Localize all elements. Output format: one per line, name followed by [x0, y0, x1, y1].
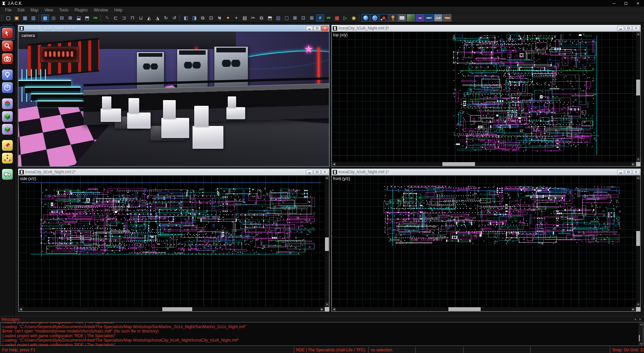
scroll-left-icon[interactable]: ◀ [332, 307, 336, 311]
scroll-right-icon[interactable]: ▶ [631, 162, 636, 166]
palette-tool-magnify-tool[interactable] [1, 40, 14, 52]
toolbar-button-texture-trigger[interactable]: TRIG [443, 14, 451, 21]
scroll-down-icon[interactable]: ▼ [325, 302, 329, 307]
toolbar-button-auto-size[interactable]: ⊞ [308, 14, 316, 21]
toolbar-button-edit-properties[interactable]: ▤ [241, 14, 249, 21]
toolbar-button-run-map[interactable]: ◉ [350, 14, 358, 21]
close-icon[interactable]: ✕ [637, 318, 643, 321]
scroll-down-icon[interactable]: ▼ [636, 302, 640, 307]
window-title-bar[interactable]: IronaCity_b1v6_Night.rmf:3* ✕ [331, 25, 641, 32]
palette-tool-brush-tool[interactable] [1, 81, 14, 94]
scroll-down-icon[interactable]: ▼ [636, 157, 640, 162]
toolbar-button-carve[interactable]: ◧ [182, 14, 190, 21]
viewport-canvas-3d[interactable]: ★ ★ [18, 32, 329, 166]
toolbar-button-select-inside[interactable]: ⊡ [300, 14, 307, 21]
scroll-up-icon[interactable]: ▲ [325, 175, 329, 180]
toolbar-button-save-file[interactable]: ▦ [21, 14, 29, 21]
scroll-left-icon[interactable]: ◀ [18, 307, 23, 311]
toolbar-button-model-browser[interactable] [389, 14, 397, 21]
window-minimize-button[interactable] [617, 26, 624, 31]
v-scrollbar[interactable]: ▲ ▼ [324, 175, 329, 307]
menu-item-tools[interactable]: Tools [56, 7, 71, 13]
toolbar-button-make-hollow[interactable]: ◨ [191, 14, 198, 21]
h-scrollbar[interactable]: ◀ ▶ [332, 307, 636, 311]
toolbar-button-tie-to-entity[interactable]: ✦ [224, 14, 232, 21]
window-restore-button[interactable] [314, 26, 321, 31]
scroll-left-icon[interactable]: ◀ [332, 162, 336, 166]
viewport-canvas-2d[interactable]: func_illusionaryfunc_wallfunc_ladderfunc… [18, 175, 324, 307]
scroll-up-icon[interactable]: ▲ [639, 322, 643, 326]
toolbar-button-align-right[interactable]: ⊐ [120, 14, 128, 21]
pin-icon[interactable]: ▾ [633, 318, 638, 321]
toolbar-button-texture-lock[interactable]: uv [92, 14, 99, 21]
toolbar-button-snap-selection[interactable]: # [316, 14, 324, 21]
minimize-button[interactable] [608, 0, 620, 7]
toolbar-button-flip-vertical[interactable]: ◮ [154, 14, 161, 21]
menu-item-window[interactable]: Window [91, 7, 111, 13]
scroll-right-icon[interactable]: ▶ [320, 307, 324, 311]
menu-item-help[interactable]: Help [111, 7, 125, 13]
viewport-canvas-2d[interactable]: func_illusionaryfunc_wall [332, 175, 636, 307]
v-scrollbar[interactable]: ▲ ▼ [636, 32, 640, 162]
toolbar-button-ungroup[interactable]: ⊡ [207, 14, 215, 21]
toolbar-button-align-left[interactable]: ⊏ [112, 14, 119, 21]
toolbar-button-rotate-counterclockwise[interactable]: ↺ [170, 14, 178, 21]
toolbar-button-align-bottom[interactable]: ⊔ [137, 14, 145, 21]
window-restore-button[interactable] [625, 170, 632, 175]
window-title-bar[interactable]: IronaCity_b1v6_Night.rmf:2* ✕ [18, 169, 329, 175]
window-minimize-button[interactable] [617, 170, 624, 175]
scroll-right-icon[interactable]: ▶ [631, 307, 636, 311]
v-scrollbar[interactable]: ▲ ▼ [636, 175, 640, 307]
menu-item-plugins[interactable]: Plugins [71, 7, 91, 13]
maximize-button[interactable] [620, 0, 632, 7]
toolbar-button-ignore-groups[interactable]: ig [216, 14, 223, 21]
toolbar-button-texture-lock-small[interactable]: uv [325, 14, 332, 21]
toolbar-button-load-pointfile[interactable]: ▷ [341, 14, 349, 21]
toolbar-button-texture-null[interactable]: no [416, 14, 424, 21]
menu-item-map[interactable]: Map [28, 7, 41, 13]
viewport-canvas-2d[interactable]: func_illusionaryfunc_wallfunc_illusionar… [332, 32, 636, 162]
window-close-button[interactable]: ✕ [633, 170, 640, 175]
menu-item-edit[interactable]: Edit [14, 7, 28, 13]
toolbar-button-cordon-bounds[interactable]: ▦ [333, 14, 341, 21]
toolbar-button-new-file[interactable]: ▢ [4, 14, 12, 21]
scroll-up-icon[interactable]: ▲ [636, 175, 640, 180]
toolbar-button-select-touching[interactable]: ⊠ [291, 14, 299, 21]
toolbar-button-view-3d-shaded[interactable] [362, 14, 370, 21]
palette-tool-entity-tool[interactable] [1, 69, 14, 81]
toolbar-button-paste[interactable]: ⬒ [266, 14, 274, 21]
toolbar-button-move-to-world[interactable]: ✦ [232, 14, 240, 21]
toolbar-button-texture-default[interactable] [398, 14, 406, 21]
palette-tool-vertex-tool[interactable] [1, 152, 14, 165]
menu-item-view[interactable]: View [41, 7, 56, 13]
palette-tool-apply-texture-tool[interactable] [1, 110, 14, 123]
window-restore-button[interactable] [314, 170, 321, 175]
palette-tool-select-tool[interactable] [1, 27, 14, 40]
toolbar-button-group[interactable]: ⧉ [199, 14, 207, 21]
toolbar-button-unhide-all[interactable]: ▢ [283, 14, 290, 21]
h-scrollbar[interactable]: ◀ ▶ [332, 162, 636, 166]
toolbar-button-smaller-grid[interactable]: ⊟ [58, 14, 66, 21]
palette-tool-clip-tool[interactable] [1, 139, 14, 152]
toolbar-button-save-all[interactable]: ▥ [30, 14, 37, 21]
toolbar-button-copy[interactable]: ⧉ [258, 14, 265, 21]
window-close-button[interactable]: ✕ [321, 26, 328, 31]
window-minimize-button[interactable] [306, 170, 313, 175]
palette-tool-camera-tool[interactable] [1, 52, 14, 65]
palette-tool-path-tool[interactable] [1, 168, 14, 181]
toolbar-button-texture-clip[interactable]: CLIP [434, 14, 442, 21]
toolbar-button-texture-browser[interactable] [407, 14, 415, 21]
palette-tool-apply-decals-tool[interactable] [1, 123, 14, 136]
window-close-button[interactable]: ✕ [633, 26, 640, 31]
toolbar-button-hide-selected[interactable]: ▨ [274, 14, 282, 21]
toolbar-button-toggle-grid[interactable]: ▦ [41, 14, 49, 21]
toolbar-button-view-3d-textured[interactable] [371, 14, 379, 21]
palette-tool-texture-application-tool[interactable] [1, 97, 14, 110]
toolbar-button-toggle-3d-grid[interactable]: ▦ [50, 14, 57, 21]
toolbar-button-cut[interactable]: ✂ [249, 14, 257, 21]
scroll-up-icon[interactable]: ▲ [636, 32, 640, 36]
toolbar-button-save-window-state[interactable]: ⬒ [83, 14, 91, 21]
toolbar-button-transform-mode[interactable]: ✎ [103, 14, 111, 21]
window-restore-button[interactable] [625, 26, 632, 31]
toolbar-button-texture-hint[interactable]: HINT [425, 14, 433, 21]
